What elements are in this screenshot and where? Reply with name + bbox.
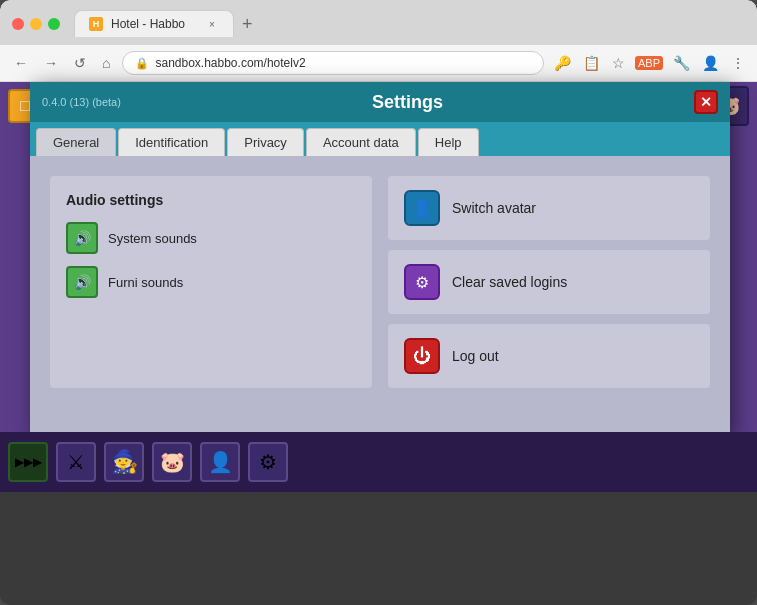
tab-bar: H Hotel - Habbo × + [74,10,745,37]
avatar-icon[interactable]: 👤 [700,53,721,73]
browser-content-area: □ ⤢ 🧙 🐷 0.4.0 (13) (beta) Settings ✕ Gen… [0,82,757,492]
browser-tab[interactable]: H Hotel - Habbo × [74,10,234,37]
extension-icon[interactable]: 🔧 [671,53,692,73]
home-button[interactable]: ⌂ [98,53,114,73]
logout-button[interactable]: ⏻ Log out [388,324,710,388]
address-bar[interactable]: 🔒 sandbox.habbo.com/hotelv2 [122,51,544,75]
furni-sounds-icon[interactable]: 🔊 [66,266,98,298]
tab-title: Hotel - Habbo [111,17,197,31]
tab-identification[interactable]: Identification [118,128,225,156]
actions-panel: 👤 Switch avatar ⚙ Clear saved logins [388,176,710,388]
modal-tabs: General Identification Privacy Account d… [30,122,730,156]
modal-content: Audio settings 🔊 System sounds 🔊 Furni s… [30,156,730,436]
clear-saved-logins-button[interactable]: ⚙ Clear saved logins [388,250,710,314]
traffic-lights [12,18,60,30]
tab-help[interactable]: Help [418,128,479,156]
logout-icon: ⏻ [404,338,440,374]
modal-version: 0.4.0 (13) (beta) [42,96,121,108]
bottom-icon-4[interactable]: 🐷 [152,442,192,482]
clear-logins-label: Clear saved logins [452,274,567,290]
new-tab-button[interactable]: + [234,15,261,33]
minimize-traffic-light[interactable] [30,18,42,30]
tab-close-button[interactable]: × [205,17,219,31]
clear-logins-icon: ⚙ [404,264,440,300]
audio-item-system: 🔊 System sounds [66,222,356,254]
forward-button[interactable]: → [40,53,62,73]
modal-close-button[interactable]: ✕ [694,90,718,114]
tab-account-data[interactable]: Account data [306,128,416,156]
lock-icon: 🔒 [135,57,149,70]
logout-label: Log out [452,348,499,364]
clipboard-icon[interactable]: 📋 [581,53,602,73]
settings-modal: 0.4.0 (13) (beta) Settings ✕ General Ide… [30,82,730,436]
browser-chrome: H Hotel - Habbo × + ← → ↺ ⌂ 🔒 sandbox.ha… [0,0,757,82]
audio-panel-title: Audio settings [66,192,356,208]
switch-avatar-button[interactable]: 👤 Switch avatar [388,176,710,240]
modal-titlebar: 0.4.0 (13) (beta) Settings ✕ [30,82,730,122]
star-icon[interactable]: ☆ [610,53,627,73]
menu-icon[interactable]: ⋮ [729,53,747,73]
key-icon[interactable]: 🔑 [552,53,573,73]
bottom-icon-1[interactable]: ▶▶▶ [8,442,48,482]
maximize-traffic-light[interactable] [48,18,60,30]
bottom-icon-2[interactable]: ⚔ [56,442,96,482]
tab-privacy[interactable]: Privacy [227,128,304,156]
browser-window: H Hotel - Habbo × + ← → ↺ ⌂ 🔒 sandbox.ha… [0,0,757,605]
audio-panel: Audio settings 🔊 System sounds 🔊 Furni s… [50,176,372,388]
audio-item-furni: 🔊 Furni sounds [66,266,356,298]
tab-favicon: H [89,17,103,31]
address-text: sandbox.habbo.com/hotelv2 [155,56,305,70]
modal-title: Settings [121,92,694,113]
switch-avatar-label: Switch avatar [452,200,536,216]
adblock-icon[interactable]: ABP [635,56,663,70]
bottom-icon-3[interactable]: 🧙 [104,442,144,482]
close-traffic-light[interactable] [12,18,24,30]
browser-titlebar: H Hotel - Habbo × + [0,0,757,45]
system-sounds-icon[interactable]: 🔊 [66,222,98,254]
game-bottom-bar: ▶▶▶ ⚔ 🧙 🐷 👤 ⚙ [0,432,757,492]
back-button[interactable]: ← [10,53,32,73]
browser-toolbar: ← → ↺ ⌂ 🔒 sandbox.habbo.com/hotelv2 🔑 📋 … [0,45,757,82]
system-sounds-label: System sounds [108,231,197,246]
habbo-btn1-icon: □ [20,97,30,115]
bottom-icon-5[interactable]: 👤 [200,442,240,482]
furni-sounds-label: Furni sounds [108,275,183,290]
refresh-button[interactable]: ↺ [70,53,90,73]
toolbar-icons: 🔑 📋 ☆ ABP 🔧 👤 ⋮ [552,53,747,73]
content-grid: Audio settings 🔊 System sounds 🔊 Furni s… [50,176,710,388]
switch-avatar-icon: 👤 [404,190,440,226]
bottom-icon-6[interactable]: ⚙ [248,442,288,482]
tab-general[interactable]: General [36,128,116,156]
